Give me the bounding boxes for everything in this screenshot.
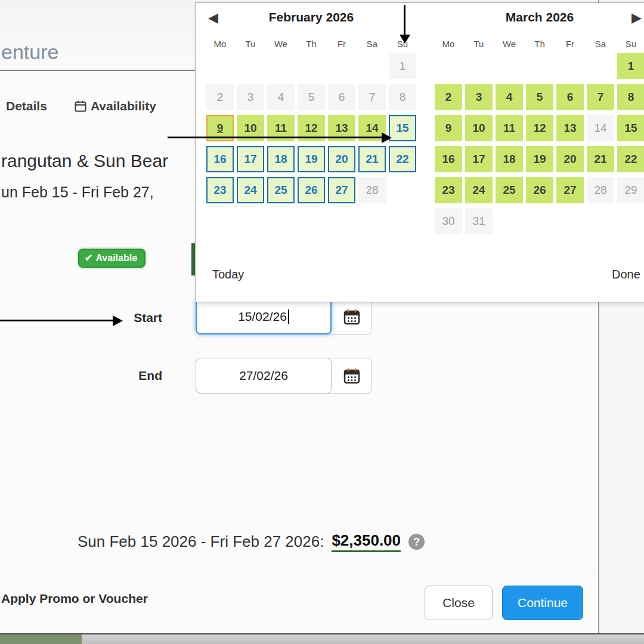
calendar-icon <box>343 309 360 325</box>
calendar-day-15[interactable]: 15 <box>617 115 644 141</box>
month-title: February 2026 <box>206 10 416 28</box>
calendar-icon <box>343 368 360 384</box>
weekday-row: MoTuWeThFrSaSu <box>435 38 644 49</box>
calendar-day-1: 1 <box>389 53 416 79</box>
weekday-label: Mo <box>435 38 462 49</box>
calendar-day-22[interactable]: 22 <box>389 146 416 172</box>
calendar-day-21[interactable]: 21 <box>358 146 386 172</box>
calendar-day-3[interactable]: 3 <box>465 84 493 110</box>
calendar-day-4[interactable]: 4 <box>496 84 523 110</box>
calendar-day-13[interactable]: 13 <box>556 115 584 141</box>
end-date-input[interactable]: 27/02/26 <box>196 358 332 394</box>
calendar-day-25[interactable]: 25 <box>496 177 523 203</box>
month-title: March 2026 <box>435 10 644 28</box>
calendar-day-empty <box>617 208 644 234</box>
calendar-day-24[interactable]: 24 <box>237 177 264 203</box>
annotation-arrow-start-head <box>113 315 123 326</box>
calendar-day-empty <box>496 208 523 234</box>
calendar-day-7: 7 <box>358 84 386 110</box>
calendar-day-19[interactable]: 19 <box>526 146 553 172</box>
calendar-day-17[interactable]: 17 <box>465 146 493 172</box>
modal-title: enture <box>1 41 58 64</box>
tab-details[interactable]: Details <box>6 99 47 113</box>
continue-button[interactable]: Continue <box>502 586 583 620</box>
end-label: End <box>89 369 162 383</box>
month-february: February 2026 MoTuWeThFrSaSu 12345678910… <box>206 10 416 203</box>
calendar-day-16[interactable]: 16 <box>206 146 234 172</box>
apply-promo-link[interactable]: Apply Promo or Voucher <box>1 592 148 606</box>
calendar-day-5[interactable]: 5 <box>526 84 553 110</box>
calendar-day-17[interactable]: 17 <box>237 146 264 172</box>
calendar-day-10[interactable]: 10 <box>465 115 493 141</box>
calendar-day-26[interactable]: 26 <box>526 177 553 203</box>
calendar-day-empty <box>587 53 614 79</box>
calendar-icon <box>75 100 86 112</box>
calendar-day-27[interactable]: 27 <box>556 177 584 203</box>
datepicker-popup: ◀ ▶ February 2026 MoTuWeThFrSaSu 1234567… <box>195 2 644 302</box>
question-icon[interactable]: ? <box>408 534 425 550</box>
calendar-day-11[interactable]: 11 <box>496 115 523 141</box>
done-button[interactable]: Done <box>612 268 640 281</box>
calendar-day-19[interactable]: 19 <box>298 146 325 172</box>
weekday-label: Tu <box>465 38 493 49</box>
calendar-day-23[interactable]: 23 <box>206 177 234 203</box>
calendar-day-1[interactable]: 1 <box>617 53 644 79</box>
price-summary: Sun Feb 15 2026 - Fri Feb 27 2026: $2,35… <box>78 531 425 552</box>
calendar-day-20[interactable]: 20 <box>328 146 355 172</box>
calendar-day-empty <box>358 53 386 79</box>
calendar-day-4: 4 <box>267 84 295 110</box>
calendar-day-18[interactable]: 18 <box>267 146 295 172</box>
start-calendar-button[interactable] <box>332 299 371 334</box>
calendar-day-9[interactable]: 9 <box>435 115 462 141</box>
calendar-day-27[interactable]: 27 <box>328 177 355 203</box>
month-march: March 2026 MoTuWeThFrSaSu 12345678910111… <box>435 10 644 234</box>
calendar-day-empty <box>556 53 584 79</box>
weekday-label: Mo <box>206 38 234 49</box>
calendar-day-24[interactable]: 24 <box>465 177 493 203</box>
calendar-day-empty <box>526 208 553 234</box>
calendar-day-16[interactable]: 16 <box>435 146 462 172</box>
calendar-day-23[interactable]: 23 <box>435 177 462 203</box>
calendar-day-8[interactable]: 8 <box>617 84 644 110</box>
tab-availability[interactable]: Availability <box>75 99 156 113</box>
page-background-green-block <box>0 634 82 644</box>
calendar-day-21[interactable]: 21 <box>587 146 614 172</box>
calendar-day-empty <box>206 53 234 79</box>
trip-title: rangutan & Sun Bear <box>1 151 168 171</box>
calendar-day-20[interactable]: 20 <box>556 146 584 172</box>
calendar-day-6[interactable]: 6 <box>556 84 584 110</box>
calendar-day-12[interactable]: 12 <box>526 115 553 141</box>
end-calendar-button[interactable] <box>332 358 371 393</box>
weekday-row: MoTuWeThFrSaSu <box>206 38 416 49</box>
calendar-day-empty <box>465 53 493 79</box>
calendar-day-empty <box>587 208 614 234</box>
calendar-day-30: 30 <box>435 208 462 234</box>
calendar-day-empty <box>237 53 264 79</box>
start-label: Start <box>89 311 162 325</box>
calendar-day-22[interactable]: 22 <box>617 146 644 172</box>
calendar-day-14: 14 <box>587 115 614 141</box>
weekday-label: We <box>496 38 523 49</box>
annotation-arrow-start-line <box>0 320 113 321</box>
calendar-day-empty <box>298 53 325 79</box>
day-grid: 1234567891011121314151617181920212223242… <box>206 53 416 203</box>
calendar-day-2[interactable]: 2 <box>435 84 462 110</box>
calendar-day-26[interactable]: 26 <box>298 177 325 203</box>
weekday-label: We <box>267 38 295 49</box>
start-input-group: 15/02/26 <box>196 299 372 335</box>
calendar-day-7[interactable]: 7 <box>587 84 614 110</box>
calendar-day-6: 6 <box>328 84 355 110</box>
weekday-label: Sa <box>587 38 614 49</box>
calendar-day-18[interactable]: 18 <box>496 146 523 172</box>
calendar-day-empty <box>328 53 355 79</box>
weekday-label: Th <box>298 38 325 49</box>
today-button[interactable]: Today <box>212 268 244 281</box>
close-button[interactable]: Close <box>425 586 493 620</box>
calendar-day-25[interactable]: 25 <box>267 177 295 203</box>
calendar-day-15[interactable]: 15 <box>389 115 416 141</box>
end-input-group: 27/02/26 <box>196 358 372 394</box>
calendar-day-empty <box>435 53 462 79</box>
start-date-input[interactable]: 15/02/26 <box>196 299 332 335</box>
calendar-day-empty <box>496 53 523 79</box>
annotation-arrow-su-head <box>400 35 410 44</box>
